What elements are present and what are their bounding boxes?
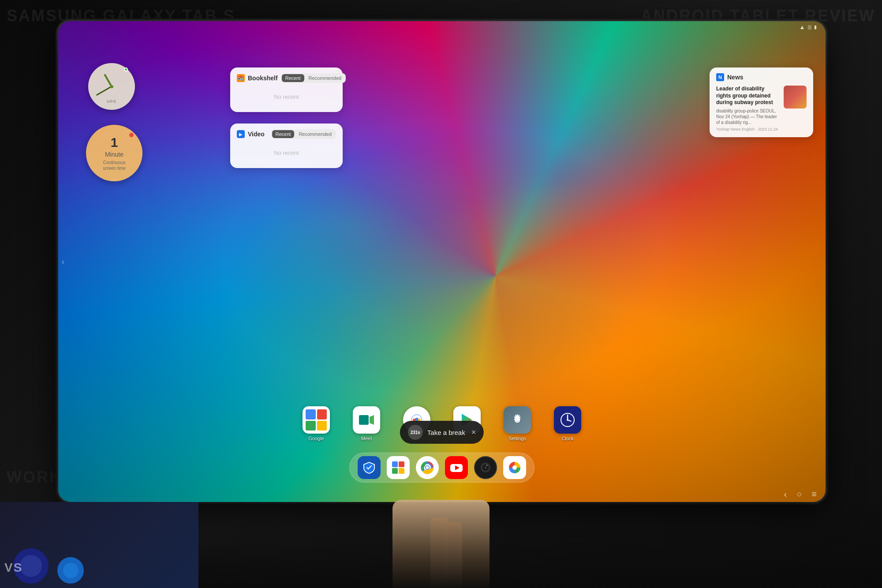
video-tab-recent[interactable]: Recent xyxy=(272,130,295,138)
bookshelf-icon: 📚 xyxy=(237,74,245,82)
news-article-desc: disability group-police SEOUL, Nov 24 (Y… xyxy=(716,108,779,125)
bookshelf-tab-recent[interactable]: Recent xyxy=(282,74,304,82)
bookshelf-header: 📚 Bookshelf Recent Recommended xyxy=(237,73,336,83)
widget-screentime[interactable]: 1 Minute Continuousscreen time xyxy=(86,125,142,181)
svg-point-21 xyxy=(426,466,429,469)
screentime-number: 1 xyxy=(111,135,118,150)
widget-clock[interactable]: UPS xyxy=(88,63,135,110)
svg-point-27 xyxy=(485,467,487,469)
svg-point-29 xyxy=(512,465,517,470)
dock-icon-photos-alt[interactable] xyxy=(387,456,410,479)
app-google[interactable]: Google xyxy=(303,406,330,441)
take-break-timer-badge: 231s xyxy=(408,425,423,440)
news-article-title: Leader of disability rights group detain… xyxy=(716,86,779,106)
svg-rect-13 xyxy=(392,461,398,467)
video-tab-recommended[interactable]: Recommended xyxy=(295,130,335,138)
app-clock-label: Clock xyxy=(561,436,574,441)
app-settings[interactable]: Settings xyxy=(504,406,531,441)
svg-rect-15 xyxy=(392,468,398,474)
video-empty: No recent xyxy=(237,143,336,162)
svg-rect-14 xyxy=(399,461,404,467)
screentime-unit: Minute xyxy=(105,151,123,158)
app-settings-label: Settings xyxy=(508,436,526,441)
app-settings-icon xyxy=(504,406,531,434)
screentime-label: Continuousscreen time xyxy=(103,160,126,171)
clock-minute-hand xyxy=(96,86,112,96)
bookshelf-title: Bookshelf xyxy=(248,75,278,82)
nav-back-btn[interactable]: ‹ xyxy=(784,489,787,499)
hand-area xyxy=(379,495,503,588)
svg-marker-1 xyxy=(370,415,374,425)
dock-icon-google-photos[interactable] xyxy=(503,456,526,479)
clock-label: UPS xyxy=(107,99,116,104)
dock xyxy=(349,453,534,483)
tablet-device: ▲ ||| ▮ ‹ UPS 1 Minute Continuousscreen … xyxy=(58,21,826,502)
svg-point-12 xyxy=(567,419,568,421)
clock-indicator xyxy=(124,67,128,71)
battery-icon: ▮ xyxy=(814,24,817,30)
svg-rect-16 xyxy=(399,468,404,474)
nav-home-btn[interactable]: ○ xyxy=(796,489,802,499)
take-break-notification: 231s Take a break × xyxy=(400,421,484,444)
take-break-text: Take a break xyxy=(427,429,465,436)
news-thumbnail xyxy=(784,86,807,109)
widget-news: N News Leader of disability rights group… xyxy=(710,67,813,137)
app-meet-label: Meet xyxy=(361,436,372,441)
app-google-label: Google xyxy=(308,436,324,441)
dock-icon-chrome[interactable] xyxy=(416,456,439,479)
wifi-icon: ▲ xyxy=(800,24,805,30)
bookshelf-tab-recommended[interactable]: Recommended xyxy=(305,74,345,82)
news-article[interactable]: Leader of disability rights group detain… xyxy=(716,86,807,131)
dock-icon-camera[interactable] xyxy=(474,456,497,479)
nav-recents-btn[interactable]: ≡ xyxy=(811,489,817,499)
widget-video: ▶ Video Recent Recommended No recent xyxy=(230,124,343,168)
svg-rect-0 xyxy=(359,415,369,425)
video-title: Video xyxy=(248,131,268,138)
app-meet[interactable]: Meet xyxy=(353,406,380,441)
bottom-left-scene: VS xyxy=(0,502,198,588)
news-header: N News xyxy=(716,73,807,81)
take-break-timer: 231s xyxy=(411,430,420,435)
status-bar: ▲ ||| ▮ xyxy=(58,21,826,33)
video-icon: ▶ xyxy=(237,130,245,138)
news-article-source: Yonhap News English · 2023.11.24 xyxy=(716,127,779,131)
nav-bar: ‹ ○ ≡ xyxy=(784,489,817,499)
app-clock-icon xyxy=(554,406,581,434)
news-text-content: Leader of disability rights group detain… xyxy=(716,86,779,131)
widget-bookshelf: 📚 Bookshelf Recent Recommended No recent xyxy=(230,67,343,112)
app-clock[interactable]: Clock xyxy=(554,406,581,441)
dock-icon-youtube[interactable] xyxy=(445,456,468,479)
news-icon: N xyxy=(716,73,724,81)
video-header: ▶ Video Recent Recommended xyxy=(237,129,336,139)
screentime-indicator xyxy=(129,133,134,137)
app-meet-icon xyxy=(353,406,380,434)
signal-icon: ||| xyxy=(807,24,811,30)
app-google-icon xyxy=(303,406,330,434)
svg-point-28 xyxy=(486,465,488,466)
bookshelf-empty: No recent xyxy=(237,87,336,106)
take-break-close-btn[interactable]: × xyxy=(471,428,476,437)
news-title: News xyxy=(727,74,744,81)
bookshelf-tabs: Recent Recommended xyxy=(281,73,346,83)
side-arrow[interactable]: ‹ xyxy=(62,257,64,266)
video-tabs: Recent Recommended xyxy=(271,129,336,139)
clock-center xyxy=(110,85,113,88)
dock-icon-samsung-security[interactable] xyxy=(358,456,381,479)
